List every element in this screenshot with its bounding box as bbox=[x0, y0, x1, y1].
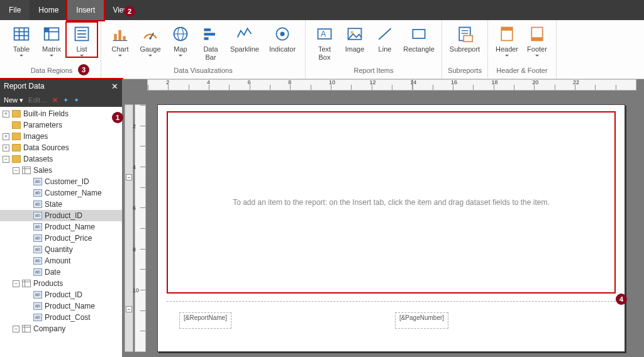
ribbon-item-label: Header bbox=[496, 45, 518, 53]
callout-3: 3 bbox=[78, 64, 89, 75]
report-canvas[interactable]: To add an item to the report: on the Ins… bbox=[157, 104, 625, 352]
collapse-footer-icon[interactable]: − bbox=[126, 306, 132, 312]
tab-file[interactable]: File bbox=[0, 0, 30, 20]
collapse-body-icon[interactable]: − bbox=[126, 174, 132, 180]
ribbon-item-label: Chart bbox=[112, 45, 129, 53]
body-placeholder-text: To add an item to the report: on the Ins… bbox=[220, 198, 562, 207]
expand-icon bbox=[24, 292, 31, 299]
expand-icon[interactable]: − bbox=[13, 280, 19, 287]
expand-icon[interactable]: − bbox=[3, 156, 9, 163]
tree-item-customer-name[interactable]: abCustomer_Name bbox=[0, 187, 122, 199]
tree-item-product-id[interactable]: abProduct_ID bbox=[0, 210, 122, 221]
tab-home[interactable]: Home bbox=[30, 0, 67, 20]
expand-icon[interactable]: + bbox=[3, 145, 9, 151]
expand-icon[interactable]: + bbox=[3, 133, 9, 140]
tree-item-images[interactable]: +Images bbox=[0, 131, 122, 142]
ribbon-item-label: Map bbox=[174, 45, 187, 53]
ribbon-group-label: Report Items bbox=[309, 67, 438, 77]
tree-item-sales[interactable]: −Sales bbox=[0, 165, 122, 176]
subreport-button[interactable]: Subreport bbox=[446, 23, 484, 53]
ribbon-item-label: Table bbox=[13, 45, 30, 53]
tree-item-product-id[interactable]: abProduct_ID bbox=[0, 289, 122, 300]
tree-item-quantity[interactable]: abQuantity bbox=[0, 244, 122, 255]
field-icon: ab bbox=[33, 268, 42, 276]
tree-item-customer-id[interactable]: abCustomer_ID bbox=[0, 176, 122, 187]
tree-item-product-name[interactable]: abProduct_Name bbox=[0, 300, 122, 312]
footer-button[interactable]: Footer bbox=[522, 23, 552, 57]
list-button[interactable]: List bbox=[67, 23, 97, 57]
tree-item-products[interactable]: −Products bbox=[0, 278, 122, 289]
expand-icon bbox=[24, 235, 31, 242]
header-button[interactable]: Header bbox=[492, 23, 522, 57]
panel-edit-button[interactable]: Edit… bbox=[28, 96, 47, 104]
tree-item-label: Product_Name bbox=[45, 222, 95, 231]
text-box-button[interactable]: TextBox bbox=[309, 23, 340, 62]
map-icon bbox=[170, 24, 191, 44]
panel-title: Report Data bbox=[4, 82, 45, 91]
expand-icon bbox=[24, 224, 31, 231]
tree-item-label: Parameters bbox=[23, 121, 62, 129]
expand-icon[interactable]: − bbox=[13, 167, 19, 174]
vertical-ruler bbox=[135, 104, 146, 352]
chart-button[interactable]: Chart bbox=[105, 23, 135, 57]
panel-close-icon[interactable]: ✕ bbox=[111, 82, 118, 91]
panel-header: Report Data ✕ bbox=[0, 79, 122, 93]
panel-new-button[interactable]: New ▾ bbox=[4, 96, 23, 104]
data-bar-button[interactable]: DataBar bbox=[196, 23, 226, 62]
field-icon: ab bbox=[33, 189, 42, 197]
tree-item-product-name[interactable]: abProduct_Name bbox=[0, 221, 122, 233]
tree-item-data-sources[interactable]: +Data Sources bbox=[0, 142, 122, 153]
tree-item-datasets[interactable]: −Datasets bbox=[0, 153, 122, 165]
line-button[interactable]: Line bbox=[370, 23, 400, 53]
tree-item-date[interactable]: abDate bbox=[0, 266, 122, 278]
tree-item-label: Product_Price bbox=[45, 234, 92, 243]
gauge-button[interactable]: Gauge bbox=[135, 23, 165, 57]
ribbon-item-label: Gauge bbox=[140, 45, 160, 53]
expand-icon bbox=[24, 212, 31, 219]
panel-delete-icon[interactable]: ✕ bbox=[52, 96, 58, 104]
tree-item-label: Date bbox=[45, 268, 60, 277]
tree-item-built-in-fields[interactable]: +Built-in Fields bbox=[0, 108, 122, 119]
indicator-button[interactable]: Indicator bbox=[264, 23, 301, 53]
field-icon: ab bbox=[33, 200, 42, 208]
subreport-icon bbox=[455, 24, 475, 44]
callout-4: 4 bbox=[616, 294, 627, 305]
expand-icon bbox=[24, 201, 31, 208]
expand-icon[interactable]: + bbox=[3, 111, 9, 118]
tree-item-product-price[interactable]: abProduct_Price bbox=[0, 233, 122, 244]
field-icon: ab bbox=[33, 302, 42, 310]
sparkline-button[interactable]: Sparkline bbox=[226, 23, 264, 53]
panel-movedown-icon[interactable]: ✦ bbox=[74, 96, 79, 104]
footer-pagenumber-field[interactable]: [&PageNumber] bbox=[395, 312, 448, 329]
matrix-button[interactable]: Matrix bbox=[36, 23, 67, 57]
tree-item-label: Amount bbox=[45, 256, 70, 265]
panel-moveup-icon[interactable]: ✦ bbox=[63, 96, 69, 104]
image-button[interactable]: Image bbox=[340, 23, 370, 53]
ribbon-item-label: Sparkline bbox=[230, 45, 259, 53]
ribbon-item-label: Rectangle bbox=[403, 45, 435, 53]
line-icon bbox=[375, 24, 395, 44]
rectangle-button[interactable]: Rectangle bbox=[400, 23, 438, 53]
tree-item-state[interactable]: abState bbox=[0, 199, 122, 210]
panel-toolbar: New ▾ Edit… ✕ ✦ ✦ bbox=[0, 93, 122, 107]
table-button[interactable]: Table bbox=[6, 23, 36, 57]
callout-1: 1 bbox=[112, 112, 123, 123]
tree-item-label: Product_Name bbox=[45, 302, 95, 310]
tree-item-amount[interactable]: abAmount bbox=[0, 255, 122, 266]
footer-reportname-field[interactable]: [&ReportName] bbox=[179, 312, 231, 329]
report-body[interactable]: To add an item to the report: on the Ins… bbox=[167, 111, 616, 294]
ribbon-group-label: Subreports bbox=[446, 67, 484, 77]
tab-insert[interactable]: Insert bbox=[67, 0, 104, 20]
design-surface: − − To add an item to the report: on the… bbox=[122, 79, 644, 357]
folder-icon bbox=[12, 133, 21, 140]
tree-item-company[interactable]: −Company bbox=[0, 323, 122, 334]
tree-item-label: Quantity bbox=[45, 245, 73, 254]
folder-icon bbox=[12, 155, 21, 163]
field-icon: ab bbox=[33, 178, 42, 185]
report-footer[interactable]: [&ReportName] [&PageNumber] bbox=[167, 312, 616, 329]
expand-icon[interactable]: − bbox=[13, 326, 19, 332]
tree-item-parameters[interactable]: Parameters bbox=[0, 119, 122, 131]
tree-item-product-cost[interactable]: abProduct_Cost bbox=[0, 312, 122, 323]
table-icon bbox=[22, 325, 31, 332]
map-button[interactable]: Map bbox=[165, 23, 196, 57]
